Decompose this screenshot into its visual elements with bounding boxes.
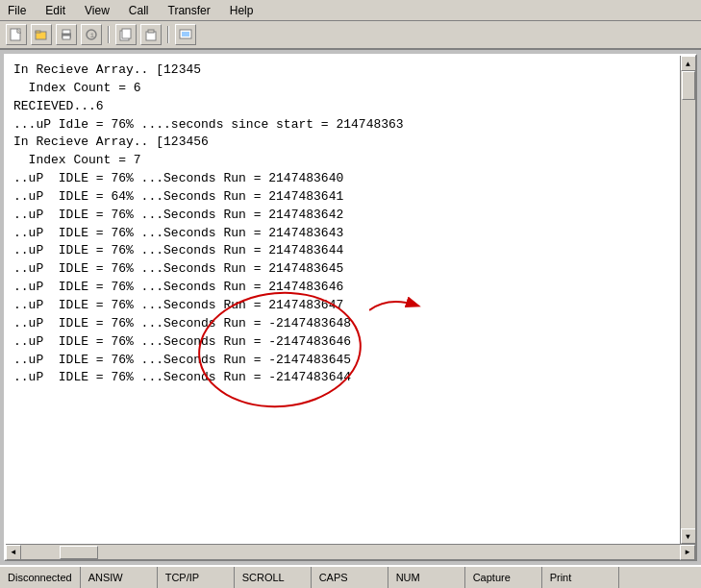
status-bar: Disconnected ANSIW TCP/IP SCROLL CAPS NU… bbox=[0, 565, 701, 588]
status-protocol: TCP/IP bbox=[158, 567, 235, 588]
scroll-up-button[interactable]: ▲ bbox=[681, 56, 696, 71]
status-connection: Disconnected bbox=[0, 567, 81, 588]
scroll-track-h[interactable] bbox=[21, 545, 680, 559]
status-encoding: ANSIW bbox=[81, 567, 158, 588]
svg-rect-12 bbox=[148, 30, 154, 33]
toolbar-separator-1 bbox=[108, 26, 110, 43]
vertical-scrollbar[interactable]: ▲ ▼ bbox=[680, 56, 695, 544]
svg-rect-10 bbox=[122, 29, 131, 38]
terminal-wrapper: In Recieve Array.. [12345 Index Count = … bbox=[6, 56, 695, 544]
screenshot-button[interactable] bbox=[175, 24, 196, 45]
menu-transfer[interactable]: Transfer bbox=[164, 3, 214, 18]
status-print: Print bbox=[542, 567, 619, 588]
horizontal-scrollbar[interactable]: ◄ ► bbox=[6, 544, 695, 559]
menu-file[interactable]: File bbox=[4, 3, 30, 18]
status-scroll: SCROLL bbox=[235, 567, 312, 588]
svg-text:i: i bbox=[90, 31, 95, 39]
scroll-right-button[interactable]: ► bbox=[680, 545, 695, 560]
open-button[interactable] bbox=[31, 24, 52, 45]
scroll-thumb-h[interactable] bbox=[60, 546, 98, 559]
toolbar: i bbox=[0, 21, 701, 50]
menu-help[interactable]: Help bbox=[226, 3, 258, 18]
scroll-down-button[interactable]: ▼ bbox=[681, 528, 696, 544]
menu-edit[interactable]: Edit bbox=[41, 3, 69, 18]
scroll-thumb[interactable] bbox=[682, 71, 695, 100]
properties-button[interactable]: i bbox=[81, 24, 102, 45]
svg-rect-5 bbox=[63, 30, 70, 34]
menu-call[interactable]: Call bbox=[125, 3, 153, 18]
print-button[interactable] bbox=[56, 24, 77, 45]
menu-bar: File Edit View Call Transfer Help bbox=[0, 0, 701, 21]
status-num: NUM bbox=[388, 567, 465, 588]
status-caps: CAPS bbox=[312, 567, 388, 588]
svg-rect-3 bbox=[36, 31, 40, 33]
terminal-content: In Recieve Array.. [12345 Index Count = … bbox=[13, 61, 672, 387]
terminal-area[interactable]: In Recieve Array.. [12345 Index Count = … bbox=[6, 56, 680, 544]
status-capture: Capture bbox=[465, 567, 542, 588]
scroll-left-button[interactable]: ◄ bbox=[6, 545, 21, 560]
new-button[interactable] bbox=[6, 24, 27, 45]
svg-rect-6 bbox=[63, 36, 70, 39]
toolbar-separator-2 bbox=[167, 26, 169, 43]
menu-view[interactable]: View bbox=[81, 3, 113, 18]
svg-rect-14 bbox=[182, 32, 189, 37]
scroll-track[interactable] bbox=[681, 71, 695, 528]
main-window: In Recieve Array.. [12345 Index Count = … bbox=[4, 54, 697, 561]
paste-button[interactable] bbox=[140, 24, 162, 45]
copy-button[interactable] bbox=[115, 24, 137, 45]
